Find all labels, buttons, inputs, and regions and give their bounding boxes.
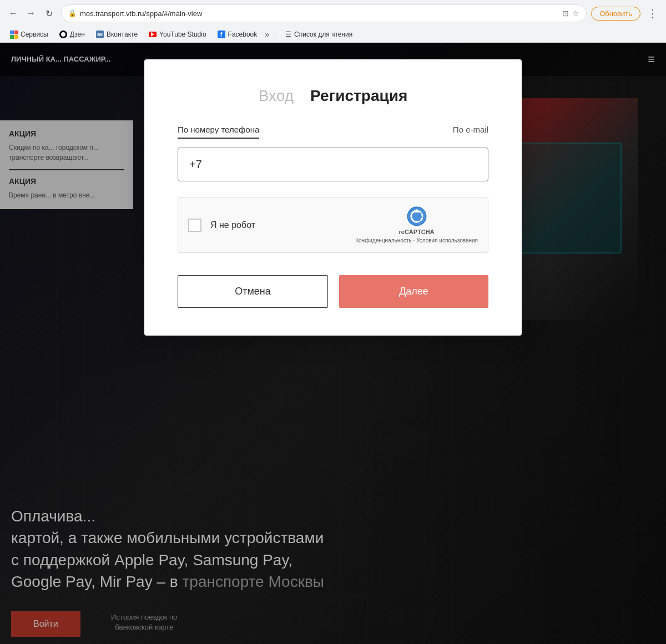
back-button[interactable]: ←	[6, 6, 21, 21]
toolbar-right: Обновить ⋮	[591, 6, 660, 21]
recaptcha-logo-icon	[407, 206, 427, 226]
phone-input[interactable]	[189, 158, 477, 171]
reload-button[interactable]: ↻	[41, 6, 57, 21]
youtube-icon	[149, 31, 157, 38]
modal-tabs: Вход Регистрация	[178, 87, 488, 107]
bookmark-youtube[interactable]: YouTube Studio	[144, 29, 211, 40]
next-button[interactable]: Далее	[339, 275, 488, 308]
address-bar-actions: ⊡ ☆	[562, 9, 579, 18]
tab-register[interactable]: Регистрация	[310, 87, 407, 107]
subtab-phone[interactable]: По номеру телефона	[178, 125, 259, 139]
lock-icon: 🔒	[68, 9, 77, 17]
address-bar[interactable]: 🔒 ⊡ ☆	[61, 4, 587, 22]
reading-list-label: Список для чтения	[294, 31, 352, 38]
subtab-email[interactable]: По e-mail	[453, 125, 488, 139]
more-button[interactable]: ⋮	[645, 6, 660, 21]
page-area: ЛИЧНЫЙ КА... ПАССАЖИР... ≡ АКЦИЯ Скидки …	[0, 43, 666, 644]
recaptcha-checkbox[interactable]	[188, 219, 201, 232]
update-button[interactable]: Обновить	[591, 7, 640, 21]
tab-login[interactable]: Вход	[259, 87, 294, 107]
registration-modal: Вход Регистрация По номеру телефона По e…	[144, 59, 522, 336]
bookmark-youtube-label: YouTube Studio	[159, 31, 206, 38]
facebook-icon: f	[218, 31, 225, 38]
forward-button[interactable]: →	[23, 6, 39, 21]
modal-actions: Отмена Далее	[178, 275, 488, 308]
recaptcha-right: reCAPTCHA Конфиденциальность · Условия и…	[355, 206, 478, 244]
bookmark-facebook[interactable]: f Facebook	[213, 29, 262, 40]
star-icon[interactable]: ☆	[572, 9, 579, 18]
recaptcha-brand-label: reCAPTCHA	[399, 229, 435, 235]
bookmarks-divider	[275, 29, 275, 40]
reading-list-icon: ☰	[285, 31, 291, 38]
url-input[interactable]	[80, 9, 559, 18]
nav-buttons: ← → ↻	[6, 6, 57, 21]
services-icon	[10, 31, 18, 38]
phone-input-wrapper	[178, 148, 488, 181]
recaptcha-label: Я не робот	[210, 220, 255, 230]
cancel-button[interactable]: Отмена	[178, 275, 328, 308]
vk-icon: вк	[96, 31, 104, 38]
bookmarks-more-button[interactable]: »	[265, 30, 269, 39]
translate-icon[interactable]: ⊡	[562, 9, 569, 18]
recaptcha-left: Я не робот	[188, 219, 255, 232]
browser-chrome: ← → ↻ 🔒 ⊡ ☆ Обновить ⋮ Сервисы	[0, 0, 666, 43]
dzen-icon	[59, 31, 67, 38]
bookmark-services-label: Сервисы	[21, 31, 48, 38]
modal-subtabs: По номеру телефона По e-mail	[178, 125, 488, 139]
bookmark-services[interactable]: Сервисы	[6, 29, 53, 40]
recaptcha-widget: Я не робот reCAPTCHA Конфиденциальность …	[178, 197, 488, 253]
bookmark-dzen[interactable]: Дзен	[55, 29, 89, 40]
bookmark-vk-label: Вконтакте	[107, 31, 138, 38]
bookmark-facebook-label: Facebook	[228, 31, 258, 38]
recaptcha-links-label: Конфиденциальность · Условия использован…	[355, 237, 478, 244]
reading-list-button[interactable]: ☰ Список для чтения	[281, 29, 357, 40]
bookmark-dzen-label: Дзен	[70, 31, 85, 38]
modal-overlay: Вход Регистрация По номеру телефона По e…	[0, 43, 666, 644]
bookmark-vk[interactable]: вк Вконтакте	[92, 29, 142, 40]
browser-toolbar: ← → ↻ 🔒 ⊡ ☆ Обновить ⋮	[0, 0, 666, 27]
bookmarks-bar: Сервисы Дзен вк Вконтакте YouTube Studio…	[0, 27, 666, 43]
